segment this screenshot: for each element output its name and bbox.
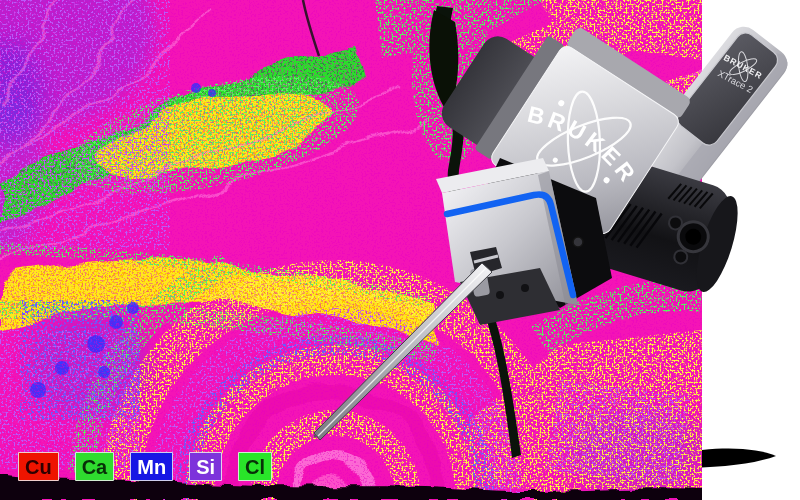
needle-tip	[314, 435, 317, 438]
scene: BRUKER XTrace 2	[0, 0, 800, 500]
legend-label: Cu	[25, 457, 52, 477]
screw2-icon	[573, 237, 583, 247]
figure-canvas: BRUKER XTrace 2	[0, 0, 800, 500]
legend-label: Si	[196, 457, 215, 477]
right-pointer-arrow	[702, 449, 776, 468]
legend-item-mn: Mn	[130, 452, 173, 481]
legend-label: Cl	[245, 457, 265, 477]
legend-item-ca: Ca	[75, 452, 115, 481]
element-legend: Cu Ca Mn Si Cl	[18, 452, 272, 481]
legend-label: Ca	[82, 457, 108, 477]
legend-label: Mn	[137, 457, 166, 477]
legend-item-cu: Cu	[18, 452, 59, 481]
legend-item-si: Si	[189, 452, 222, 481]
legend-item-cl: Cl	[238, 452, 272, 481]
